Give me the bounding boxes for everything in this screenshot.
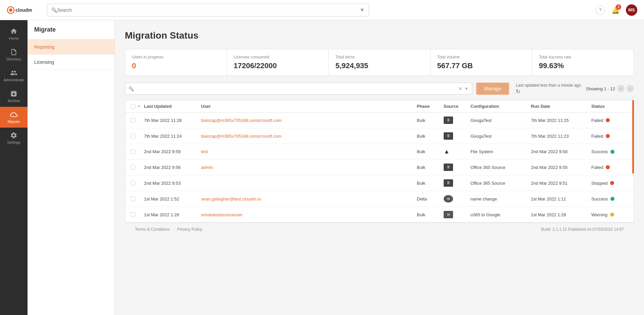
- row-last-updated: 7th Mar 2022 11:24: [144, 134, 201, 139]
- sidebar-item-migrate[interactable]: Migrate: [0, 107, 28, 128]
- header-check: ▼: [131, 104, 144, 109]
- row-checkbox[interactable]: [131, 134, 135, 138]
- filter-search-input[interactable]: [136, 86, 456, 91]
- row-phase: Bulk: [417, 165, 444, 170]
- user-link[interactable]: biancap@m365x705348.onmicrosoft.com: [201, 134, 282, 139]
- row-checkbox[interactable]: [131, 181, 135, 185]
- directory-icon: [10, 48, 17, 56]
- sidebar-item-administrate[interactable]: Administrate: [0, 65, 28, 86]
- sidebar-item-home[interactable]: Home: [0, 24, 28, 44]
- sub-sidebar-item-reporting[interactable]: Reporting: [28, 40, 114, 55]
- user-link[interactable]: sean.gallagher@test.cloudm.io: [201, 196, 261, 201]
- row-checkbox[interactable]: [131, 196, 135, 201]
- filter-search-bar[interactable]: 🔍 ✕ ▼: [125, 83, 472, 95]
- status-label: Failed: [591, 165, 603, 170]
- sidebar-item-label: Home: [9, 36, 18, 40]
- user-link[interactable]: smoketestsourceuser: [201, 212, 243, 217]
- sub-sidebar: Migrate Reporting Licensing: [28, 20, 115, 315]
- stat-success-rate: Total success rate 99.63%: [532, 49, 634, 76]
- stat-label: Total volume: [437, 55, 525, 59]
- row-checkbox[interactable]: [131, 212, 135, 217]
- footer-links: Terms & Conditions · Privacy Policy: [135, 227, 202, 232]
- row-user: sean.gallagher@test.cloudm.io: [201, 196, 417, 201]
- user-link[interactable]: admin: [201, 165, 213, 170]
- row-source: ☰: [444, 179, 470, 187]
- privacy-link[interactable]: Privacy Policy: [177, 227, 202, 232]
- row-user: admin: [201, 165, 417, 170]
- migrate-icon: [10, 111, 17, 118]
- stat-total-volume: Total volume 567.77 GB: [431, 49, 532, 76]
- col-header-user: User: [201, 104, 417, 109]
- row-configuration: Office 365 Source: [470, 165, 531, 170]
- refresh-icon[interactable]: ↻: [516, 88, 582, 95]
- notification-button[interactable]: 🔔 1: [610, 5, 621, 15]
- row-checkbox[interactable]: [131, 165, 135, 170]
- status-label: Success: [591, 196, 608, 201]
- status-dot: [610, 213, 614, 217]
- table-body: 7th Mar 2022 11:26 biancap@m365x705348.o…: [125, 113, 634, 222]
- stat-total-items: Total items 5,924,935: [329, 49, 430, 76]
- user-link[interactable]: biancap@m365x705348.onmicrosoft.com: [201, 118, 282, 123]
- row-phase: Bulk: [417, 149, 444, 154]
- sidebar-item-label: Archive: [8, 99, 20, 103]
- stat-label: Licenses consumed: [234, 55, 321, 59]
- row-last-updated: 7th Mar 2022 11:26: [144, 118, 201, 123]
- sidebar-item-archive[interactable]: Archive: [0, 86, 28, 107]
- sub-sidebar-title: Migrate: [28, 20, 114, 40]
- select-all-checkbox[interactable]: [131, 104, 135, 109]
- avatar[interactable]: MS: [626, 4, 637, 16]
- search-input[interactable]: [57, 7, 357, 13]
- status-label: Warning: [591, 212, 607, 217]
- row-user: smoketestsourceuser: [201, 212, 417, 217]
- row-checkbox[interactable]: [131, 118, 135, 123]
- main-layout: Home Directory Administrate Archive Migr…: [0, 20, 644, 315]
- stat-value: 5,924,935: [335, 61, 423, 70]
- filter-dropdown-arrow-icon[interactable]: ▼: [464, 86, 468, 91]
- row-run-date: 2nd Mar 2022 9:58: [531, 149, 591, 154]
- sidebar-item-label: Migrate: [8, 120, 20, 124]
- sidebar-item-settings[interactable]: Settings: [0, 128, 28, 148]
- prev-page-button[interactable]: ‹: [617, 85, 625, 92]
- row-last-updated: 1st Mar 2022 1:52: [144, 196, 201, 201]
- search-dropdown-arrow[interactable]: ▼: [359, 7, 365, 13]
- table-row: 1st Mar 2022 1:52 sean.gallagher@test.cl…: [125, 191, 634, 207]
- terms-link[interactable]: Terms & Conditions: [135, 227, 170, 232]
- filter-clear-icon[interactable]: ✕: [458, 86, 462, 91]
- sort-arrow-icon: ▼: [137, 104, 141, 108]
- status-dot: [606, 165, 610, 169]
- row-status: Failed: [591, 165, 628, 170]
- help-icon[interactable]: ?: [596, 5, 605, 15]
- row-check: [131, 134, 144, 138]
- row-run-date: 7th Mar 2022 11:23: [531, 134, 591, 139]
- administrate-icon: [10, 69, 17, 77]
- user-link[interactable]: test: [201, 149, 208, 154]
- sidebar-item-directory[interactable]: Directory: [0, 44, 28, 65]
- col-header-phase: Phase: [417, 104, 444, 109]
- row-configuration: GoogaTest: [470, 118, 531, 123]
- sidebar-item-label: Directory: [6, 57, 21, 61]
- main-content: Migration Status Users in progress 0 Lic…: [115, 20, 644, 315]
- stat-value: 0: [132, 61, 220, 70]
- logo-icon: cloudm: [7, 5, 37, 15]
- table-row: 2nd Mar 2022 9:53 Bulk ☰ Office 365 Sour…: [125, 175, 634, 191]
- archive-icon: [10, 90, 17, 97]
- row-phase: Bulk: [417, 212, 444, 217]
- scroll-bar: [632, 100, 634, 174]
- stat-users-in-progress: Users in progress 0: [125, 49, 227, 76]
- next-page-button[interactable]: ›: [627, 85, 634, 92]
- row-checkbox[interactable]: [131, 149, 135, 154]
- sidebar-item-label: Settings: [7, 140, 20, 144]
- stat-value: 99.63%: [539, 61, 627, 70]
- row-configuration: Office 365 Source: [470, 181, 531, 186]
- row-check: [131, 165, 144, 170]
- search-bar[interactable]: 🔍 ▼: [47, 4, 369, 16]
- row-phase: Bulk: [417, 118, 444, 123]
- filter-row: 🔍 ✕ ▼ Manage Last updated less than a mi…: [125, 83, 634, 95]
- manage-button[interactable]: Manage: [476, 83, 509, 95]
- table-row: 7th Mar 2022 11:24 biancap@m365x705348.o…: [125, 128, 634, 144]
- row-configuration: GoogaTest: [470, 134, 531, 139]
- col-header-source: Source: [444, 104, 470, 109]
- sub-sidebar-item-licensing[interactable]: Licensing: [28, 55, 114, 70]
- row-last-updated: 2nd Mar 2022 9:53: [144, 181, 201, 186]
- row-phase: Bulk: [417, 181, 444, 186]
